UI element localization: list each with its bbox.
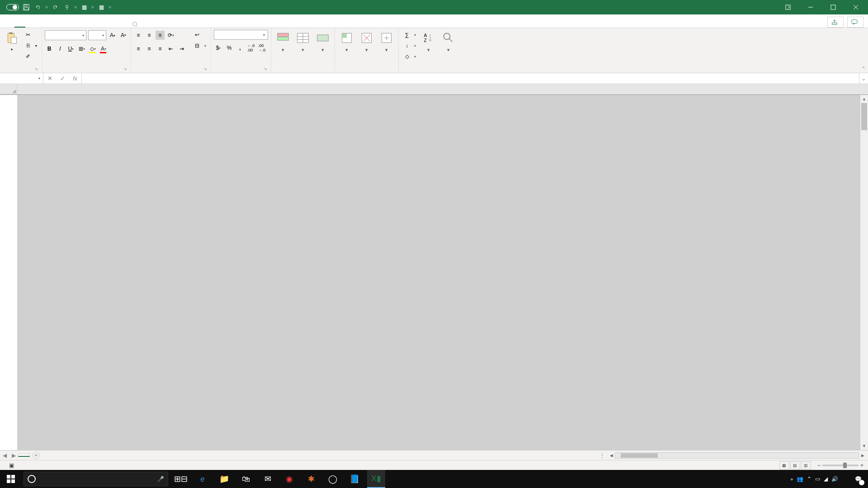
hscroll-left-icon[interactable]: ◀ [608,453,615,458]
formula-cancel-icon[interactable]: ✕ [43,75,56,82]
save-icon[interactable] [22,3,31,12]
excel-icon[interactable]: X▮ [367,470,385,488]
increase-decimal-icon[interactable]: ←.0.00 [246,43,255,52]
page-break-view-icon[interactable]: ▥ [801,461,811,469]
bold-button[interactable]: B [45,44,54,53]
delete-cells-button[interactable]: ▾ [358,30,376,53]
increase-indent-icon[interactable]: ⇥ [177,44,186,53]
insert-function-icon[interactable]: fx [69,75,81,82]
wifi-icon[interactable]: ◢ [824,476,828,482]
autosave-toggle[interactable] [5,4,19,10]
app-icon-1[interactable]: ✱ [302,470,320,488]
italic-button[interactable]: I [56,44,65,53]
tab-review[interactable] [80,22,90,28]
edge-icon[interactable]: ｅ [193,470,212,488]
comma-format-icon[interactable]: , [236,43,245,52]
normal-view-icon[interactable]: ▦ [779,461,789,469]
zoom-out-icon[interactable]: − [817,462,821,469]
fill-button[interactable]: ↓ ▾ [401,41,418,51]
start-button[interactable] [0,470,22,488]
tell-me-search[interactable] [132,21,141,28]
insert-cells-button[interactable]: ▾ [338,30,356,53]
sheet-nav-next-icon[interactable]: ▶ [12,452,16,459]
microphone-icon[interactable]: 🎤 [157,476,164,482]
formula-input[interactable] [82,73,859,84]
scroll-up-icon[interactable]: ▲ [860,95,868,103]
clear-button[interactable]: ◇ ▾ [401,52,418,61]
font-launcher-icon[interactable]: ↘ [123,66,127,72]
cell-styles-button[interactable]: ▾ [314,30,332,53]
accounting-format-icon[interactable]: $▾ [214,43,223,52]
tab-home[interactable] [14,21,25,28]
tab-view[interactable] [90,22,101,28]
tray-chevron-icon[interactable]: ⌃ [807,476,811,482]
hscroll-right-icon[interactable]: ▶ [859,453,866,458]
tab-help[interactable] [112,22,123,28]
mail-icon[interactable]: ✉ [259,470,277,488]
close-icon[interactable] [845,0,866,14]
undo-icon[interactable] [33,3,42,12]
middle-align-icon[interactable]: ≡ [145,31,154,40]
decrease-font-icon[interactable]: A▾ [119,31,128,40]
number-format-select[interactable]: ▾ [214,30,268,40]
vivaldi-icon[interactable]: ◉ [280,470,298,488]
chrome-icon[interactable]: ◯ [324,470,342,488]
taskbar-search[interactable]: 🎤 [24,472,168,486]
task-view-icon[interactable]: ⊞⊟ [172,470,190,488]
copy-button[interactable]: ⎘ ▾ [23,41,39,51]
align-left-icon[interactable]: ≡ [134,44,143,53]
decrease-decimal-icon[interactable]: .00→.0 [257,43,266,52]
scroll-down-icon[interactable]: ▼ [860,442,868,450]
formula-enter-icon[interactable]: ✓ [56,75,69,82]
select-all-cell[interactable] [0,84,17,94]
tab-formulas[interactable] [58,22,69,28]
clipboard-launcher-icon[interactable]: ↘ [34,66,38,72]
expand-formula-bar-icon[interactable]: ⌄ [859,73,868,84]
qat-custom2-icon[interactable]: ▦ [97,3,106,12]
fill-color-button[interactable]: ◇▾ [88,44,97,53]
border-button[interactable]: ⊞▾ [77,44,86,53]
share-button[interactable] [827,17,844,28]
file-explorer-icon[interactable]: 📁 [215,470,233,488]
align-right-icon[interactable]: ≡ [156,44,165,53]
hscroll-thumb[interactable] [621,453,658,458]
zoom-slider[interactable] [822,465,859,466]
merge-center-button[interactable]: ⊟ ▾ [192,41,208,51]
comments-button[interactable] [847,17,863,28]
top-align-icon[interactable]: ≡ [134,31,143,40]
page-layout-view-icon[interactable]: ▤ [790,461,800,469]
ribbon-display-options-icon[interactable] [778,0,798,14]
paste-button[interactable]: ▾ [3,30,21,53]
sheet-nav-prev-icon[interactable]: ◀ [3,452,7,459]
font-color-button[interactable]: A▾ [99,44,108,53]
touch-mouse-icon[interactable] [62,3,71,12]
underline-button[interactable]: U▾ [66,44,75,53]
bottom-align-icon[interactable]: ≡ [156,31,165,40]
conditional-formatting-button[interactable]: ▾ [274,30,292,53]
tab-draw[interactable] [36,22,47,28]
notepad-icon[interactable]: 📘 [345,470,363,488]
format-as-table-button[interactable]: ▾ [294,30,312,53]
orientation-icon[interactable]: ⟳▾ [166,31,175,40]
desktop-toolbar[interactable]: » [790,476,793,482]
horizontal-scrollbar[interactable] [615,452,859,459]
number-launcher-icon[interactable]: ↘ [264,66,267,72]
sort-filter-button[interactable]: AZ▾ [420,30,438,53]
format-painter-button[interactable]: ✐ [23,52,39,61]
store-icon[interactable]: 🛍 [237,470,255,488]
vscroll-thumb[interactable] [861,103,867,130]
tab-developer[interactable] [101,22,112,28]
font-size-select[interactable]: ▾ [88,30,106,40]
minimize-icon[interactable] [800,0,821,14]
qat-custom-icon[interactable]: ▦ [80,3,89,12]
cut-button[interactable]: ✂ [23,30,39,40]
format-cells-button[interactable]: ▾ [377,30,396,53]
add-sheet-button[interactable]: + [33,452,40,459]
increase-font-icon[interactable]: A▴ [108,31,117,40]
tab-file[interactable] [4,22,14,28]
tab-page-layout[interactable] [47,22,58,28]
font-name-select[interactable]: ▾ [45,30,86,40]
wrap-text-button[interactable]: ↩ [192,30,208,40]
zoom-in-icon[interactable]: + [860,462,863,469]
percent-format-icon[interactable]: % [225,43,234,52]
